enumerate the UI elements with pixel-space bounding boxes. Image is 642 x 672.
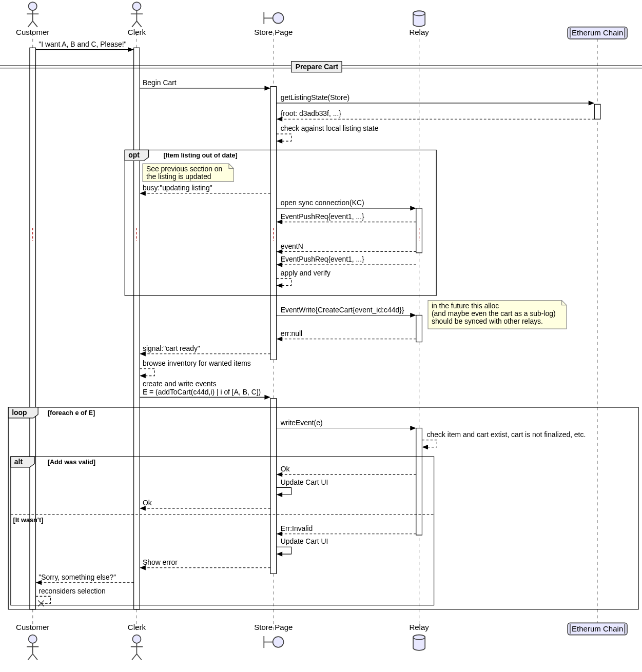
msg-m19: Ok bbox=[281, 465, 290, 473]
svg-line-3 bbox=[28, 21, 32, 27]
label-clerk: Clerk bbox=[128, 28, 146, 36]
svg-marker-54 bbox=[277, 472, 283, 477]
svg-line-78 bbox=[132, 654, 137, 660]
chain-bottom: Etherum Chain bbox=[568, 623, 627, 635]
msg-m21: Ok bbox=[143, 499, 152, 507]
boundary-storepage-top: Store Page bbox=[254, 12, 293, 36]
svg-marker-52 bbox=[422, 445, 428, 449]
msg-m24: Show error bbox=[143, 558, 178, 566]
note-2c: should be synced with other relays. bbox=[432, 317, 543, 325]
svg-text:Store Page: Store Page bbox=[254, 623, 293, 631]
svg-marker-40 bbox=[277, 283, 283, 288]
actor-clerk-bottom: Clerk bbox=[128, 623, 146, 660]
database-relay-top: Relay bbox=[409, 11, 429, 36]
svg-text:Customer: Customer bbox=[16, 623, 49, 631]
svg-point-81 bbox=[273, 637, 284, 647]
svg-text:Clerk: Clerk bbox=[128, 623, 146, 631]
chain-top: Etherum Chain bbox=[568, 27, 627, 39]
svg-line-72 bbox=[28, 654, 32, 660]
block-opt-guard: [Item listing out of date] bbox=[164, 151, 238, 159]
msg-m12: EventWrite{CreateCart{event_id:c44d}} bbox=[281, 306, 404, 314]
note-1b: the listing is updated bbox=[146, 172, 211, 181]
label-storepage: Store Page bbox=[254, 28, 293, 36]
msg-m16b: E = (addToCart(c44d,i) | i of [A, B, C]) bbox=[143, 388, 261, 396]
msg-m17: writeEvent(e) bbox=[280, 419, 323, 427]
label-chain: Etherum Chain bbox=[572, 28, 623, 37]
svg-point-69 bbox=[29, 635, 37, 643]
svg-line-79 bbox=[137, 654, 141, 660]
msg-m11: apply and verify bbox=[281, 269, 330, 277]
block-loop-label: loop bbox=[12, 408, 27, 417]
svg-marker-61 bbox=[277, 551, 283, 556]
boundary-storepage-bottom: Store Page bbox=[254, 623, 293, 648]
svg-marker-37 bbox=[277, 249, 283, 254]
svg-marker-51 bbox=[410, 426, 416, 430]
svg-point-0 bbox=[29, 2, 37, 10]
svg-marker-44 bbox=[277, 337, 283, 341]
note-2b: (and maybe even the cart as a sub-log) bbox=[432, 309, 556, 318]
block-alt-guard1: [Add was valid] bbox=[48, 458, 95, 466]
svg-point-10 bbox=[273, 13, 284, 24]
activation-clerk bbox=[134, 48, 140, 609]
svg-point-85 bbox=[413, 635, 425, 640]
msg-m2: Begin Cart bbox=[143, 78, 177, 87]
actor-clerk-top: Clerk bbox=[128, 2, 146, 36]
msg-m22: Err:Invalid bbox=[281, 524, 313, 532]
divider-label: Prepare Cart bbox=[296, 63, 339, 71]
block-opt-label: opt bbox=[128, 151, 140, 160]
msg-m13: err:null bbox=[281, 329, 302, 338]
svg-marker-60 bbox=[277, 531, 283, 536]
activation-relay-1 bbox=[416, 208, 422, 253]
actor-customer-top: Customer bbox=[16, 2, 49, 36]
svg-line-73 bbox=[33, 654, 37, 660]
msg-m4: {root: d3adb33f, ...} bbox=[281, 109, 342, 117]
msg-m23: Update Cart UI bbox=[281, 537, 328, 545]
msg-m14: signal:"cart ready" bbox=[143, 344, 200, 352]
svg-marker-24 bbox=[277, 117, 283, 122]
svg-marker-55 bbox=[277, 492, 283, 497]
msg-m18: check item and cart extist, cart is not … bbox=[427, 430, 586, 439]
svg-marker-31 bbox=[277, 220, 283, 224]
block-alt-guard2: [It wasn't] bbox=[13, 516, 43, 524]
msg-m15: browse inventory for wanted items bbox=[143, 359, 251, 367]
svg-line-4 bbox=[33, 21, 37, 27]
svg-marker-20 bbox=[264, 86, 270, 90]
block-loop-guard: [foreach e of E] bbox=[48, 409, 95, 417]
note-2a: in the future this alloc bbox=[432, 302, 499, 310]
msg-m26: reconsiders selection bbox=[38, 587, 105, 595]
activation-chain bbox=[594, 104, 600, 119]
msg-m9: eventN bbox=[281, 242, 303, 250]
svg-marker-29 bbox=[410, 206, 416, 210]
activation-storepage-2 bbox=[270, 399, 277, 574]
msg-m20: Update Cart UI bbox=[281, 478, 328, 486]
svg-marker-49 bbox=[264, 395, 270, 400]
database-relay-bottom: Relay bbox=[409, 623, 429, 650]
svg-marker-42 bbox=[410, 313, 416, 318]
msg-m8: EventPushReq{event1, ...} bbox=[281, 212, 364, 221]
svg-point-13 bbox=[413, 11, 425, 15]
svg-text:Relay: Relay bbox=[409, 623, 429, 631]
svg-line-9 bbox=[137, 21, 141, 27]
svg-marker-39 bbox=[277, 262, 283, 267]
label-relay: Relay bbox=[409, 28, 429, 36]
svg-marker-22 bbox=[589, 101, 595, 105]
svg-marker-47 bbox=[140, 373, 146, 378]
msg-m6: busy:"updating listing" bbox=[143, 184, 212, 192]
msg-m5: check against local listing state bbox=[281, 124, 379, 132]
msg-m1: "I want A, B and C, Please!" bbox=[38, 40, 126, 48]
svg-marker-18 bbox=[128, 47, 134, 52]
note-1a: See previous section on bbox=[146, 165, 222, 173]
svg-line-8 bbox=[132, 21, 137, 27]
sequence-diagram: Customer Clerk Store Page Relay Etherum … bbox=[0, 0, 642, 672]
activation-relay-2 bbox=[416, 315, 422, 342]
msg-m25: "Sorry, something else?" bbox=[38, 573, 116, 581]
svg-text:Etherum Chain: Etherum Chain bbox=[572, 624, 623, 633]
msg-m7: open sync connection(KC) bbox=[281, 199, 364, 207]
msg-m10: EventPushReq{event1, ...} bbox=[281, 255, 364, 263]
activation-customer bbox=[30, 48, 36, 609]
msg-m16a: create and write events bbox=[143, 380, 217, 388]
svg-point-75 bbox=[132, 635, 141, 643]
actor-customer-bottom: Customer bbox=[16, 623, 49, 660]
label-customer: Customer bbox=[16, 28, 49, 36]
block-alt-label: alt bbox=[14, 458, 23, 466]
